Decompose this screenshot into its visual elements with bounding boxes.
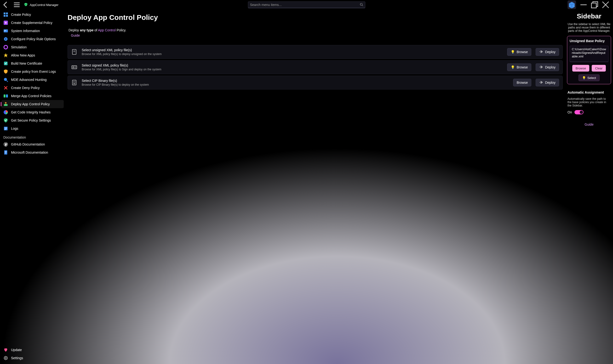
nav-item-create-deny-policy[interactable]: Create Deny Policy <box>1 84 64 92</box>
x-red-icon <box>3 85 8 90</box>
svg-rect-1 <box>591 3 596 8</box>
nav-item-configure-policy-rule-options[interactable]: Configure Policy Rule Options <box>1 35 64 43</box>
nav-item-create-policy[interactable]: Create Policy <box>1 11 64 19</box>
nav-item-label: Allow New Apps <box>11 53 35 57</box>
panel-label: Unsigned Base Policy <box>570 39 608 43</box>
nav-item-label: Get Code Integrity Hashes <box>11 110 51 114</box>
svg-point-35 <box>73 66 74 68</box>
card-title: Select CIP Binary file(s) <box>82 79 509 83</box>
lightbulb-icon: 💡 <box>511 50 515 54</box>
pie-multi-icon <box>3 110 8 115</box>
copilot-icon[interactable] <box>568 0 576 9</box>
svg-point-0 <box>360 3 362 5</box>
main-content: Deploy App Control Policy Deploy any typ… <box>65 10 565 364</box>
menu-button[interactable] <box>13 1 21 9</box>
deploy-arrow-icon <box>539 65 543 69</box>
svg-rect-22 <box>5 129 7 129</box>
right-sidebar: Sidebar Use the sidebar to select XML fi… <box>565 10 613 364</box>
svg-rect-5 <box>6 15 8 17</box>
auto-assignment-toggle[interactable] <box>574 110 584 114</box>
svg-point-13 <box>4 45 8 49</box>
deploy-button[interactable]: Deploy <box>536 64 559 71</box>
search-input[interactable] <box>250 3 360 7</box>
maximize-button[interactable] <box>589 1 600 9</box>
nav-item-label: MDE Advanced Hunting <box>11 78 47 82</box>
nav-item-logs[interactable]: Logs <box>1 124 64 133</box>
nav-item-create-supplemental-policy[interactable]: Create Supplemental Policy <box>1 19 64 27</box>
page-description: Deploy any type of App Control Policy. <box>65 28 565 32</box>
nav-item-simulation[interactable]: Simulation <box>1 43 64 51</box>
deploy-green-icon <box>3 102 8 106</box>
svg-rect-9 <box>4 30 6 31</box>
lightbulb-icon: 💡 <box>511 65 515 69</box>
back-button[interactable] <box>2 1 10 9</box>
nav-item-label: Configure Policy Rule Options <box>11 37 56 41</box>
nav-section-documentation: Documentation <box>0 133 65 140</box>
svg-point-7 <box>5 22 7 24</box>
browse-button[interactable]: 💡Browse <box>507 64 531 71</box>
svg-rect-40 <box>74 81 75 82</box>
card-title: Select unsigned XML policy file(s) <box>82 48 503 52</box>
nav-item-label: Simulation <box>11 45 27 49</box>
svg-rect-3 <box>6 13 8 14</box>
close-button[interactable] <box>600 1 611 9</box>
card-2: Select CIP Binary file(s)Browse for CIP … <box>68 76 563 90</box>
nav-item-merge-app-control-policies[interactable]: Merge App Control Policies <box>1 92 64 100</box>
nav-item-update[interactable]: Update <box>1 346 64 354</box>
nav-item-get-secure-policy-settings[interactable]: Get Secure Policy Settings <box>1 116 64 124</box>
svg-rect-33 <box>73 52 75 52</box>
auto-assignment-label: Automatic Assignment <box>568 91 611 94</box>
cert-blue-icon <box>3 28 8 33</box>
nav-item-github-documentation[interactable]: GitHub Documentation <box>1 140 64 148</box>
search-icon <box>360 3 363 7</box>
nav-item-mde-advanced-hunting[interactable]: MDE Advanced Hunting <box>1 76 64 84</box>
sidebar-description: Use the sidebar to select XML file paths… <box>567 23 611 33</box>
navigation-sidebar: Create PolicyCreate Supplemental PolicyS… <box>0 10 65 364</box>
minimize-button[interactable] <box>578 1 589 9</box>
app-title: AppControl Manager <box>24 3 58 7</box>
svg-rect-16 <box>4 94 5 98</box>
nav-item-settings[interactable]: Settings <box>1 354 64 362</box>
deploy-button[interactable]: Deploy <box>536 48 559 56</box>
nav-item-deploy-app-control-policy[interactable]: Deploy App Control Policy <box>1 100 64 108</box>
sidebar-browse-button[interactable]: Browse <box>572 65 589 72</box>
app-shield-icon <box>24 3 28 7</box>
deploy-arrow-icon <box>539 81 543 85</box>
nav-item-microsoft-documentation[interactable]: Microsoft Documentation <box>1 148 64 156</box>
nav-item-allow-new-apps[interactable]: Allow New Apps <box>1 51 64 59</box>
nav-item-label: Build New Certificate <box>11 62 42 65</box>
deploy-button[interactable]: Deploy <box>536 79 559 86</box>
doc-blue-icon <box>3 150 8 155</box>
nav-item-create-policy-from-event-logs[interactable]: Create policy from Event Logs <box>1 67 64 76</box>
nav-item-label: Update <box>11 348 22 352</box>
svg-rect-2 <box>4 13 5 14</box>
search-bar[interactable] <box>248 1 365 8</box>
svg-rect-38 <box>72 80 76 85</box>
guide-link[interactable]: Guide <box>65 32 565 45</box>
card-1: Select signed XML policy file(s)Browse f… <box>68 60 563 74</box>
lightbulb-icon: 💡 <box>582 76 586 80</box>
nav-item-build-new-certificate[interactable]: Build New Certificate <box>1 59 64 67</box>
sidebar-guide-link[interactable]: Guide <box>567 123 611 126</box>
nav-item-label: Get Secure Policy Settings <box>11 118 51 122</box>
browse-button[interactable]: Browse <box>513 79 531 86</box>
svg-rect-43 <box>73 84 75 84</box>
policy-path-input[interactable]: C:\Users\HotCakeX\Downloads\SignedAndRep… <box>570 46 608 62</box>
gear-gray-icon <box>3 356 8 360</box>
deploy-arrow-icon <box>539 50 543 54</box>
app-control-link[interactable]: App Control <box>98 28 116 32</box>
nav-item-get-code-integrity-hashes[interactable]: Get Code Integrity Hashes <box>1 108 64 116</box>
sidebar-select-button[interactable]: 💡 Select <box>578 74 599 81</box>
sidebar-title: Sidebar <box>567 13 611 20</box>
svg-point-30 <box>5 358 6 359</box>
shield-check-icon <box>3 118 8 123</box>
svg-rect-4 <box>4 15 5 17</box>
sidebar-clear-button[interactable]: Clear <box>592 65 606 72</box>
svg-rect-10 <box>4 31 5 31</box>
square-purple-icon <box>3 20 8 25</box>
browse-button[interactable]: 💡Browse <box>507 48 531 56</box>
merge-green-icon <box>3 93 8 98</box>
github-icon <box>3 142 8 147</box>
nav-item-system-information[interactable]: System Information <box>1 27 64 35</box>
heart-pink-icon <box>3 348 8 352</box>
